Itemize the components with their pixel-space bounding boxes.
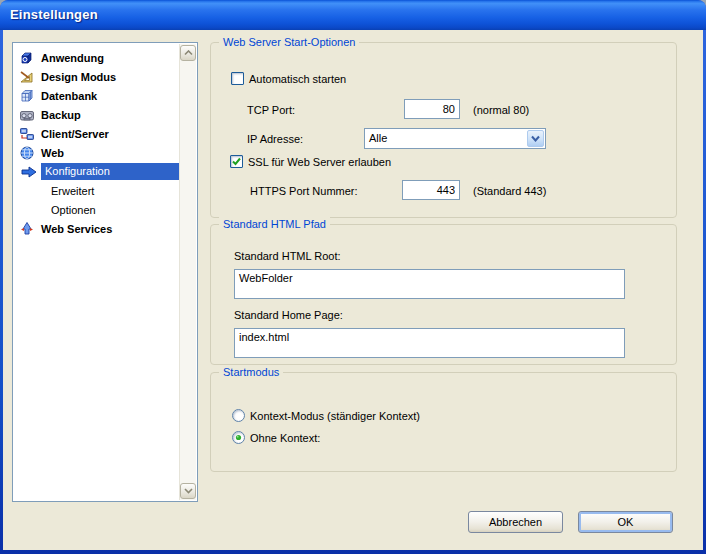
autostart-checkbox[interactable]	[231, 72, 244, 85]
scroll-up-button[interactable]	[180, 45, 196, 61]
sidebar-item-konfiguration[interactable]: Konfiguration	[13, 162, 179, 181]
sidebar-item-label: Konfiguration	[41, 163, 179, 180]
web-services-icon	[19, 221, 35, 237]
tcp-port-input[interactable]	[404, 99, 460, 119]
window-title: Einstellungen	[10, 0, 98, 29]
sidebar-item-label: Client/Server	[41, 128, 109, 140]
sidebar-item-label: Erweitert	[51, 185, 94, 197]
group-title: Standard HTML Pfad	[219, 217, 330, 232]
sidebar-item-design-modus[interactable]: Design Modus	[13, 67, 179, 86]
ip-address-label: IP Adresse:	[247, 133, 303, 145]
selected-arrow-icon	[21, 164, 37, 180]
sidebar-item-anwendung[interactable]: Anwendung	[13, 48, 179, 67]
tcp-port-label: TCP Port:	[247, 104, 295, 116]
backup-tape-icon	[19, 107, 35, 123]
ip-address-dropdown[interactable]: Alle	[364, 128, 546, 149]
radio-dot-icon	[235, 434, 242, 441]
group-title: Web Server Start-Optionen	[219, 35, 359, 50]
design-tools-icon	[19, 69, 35, 85]
sidebar-scrollbar[interactable]	[179, 44, 196, 500]
home-page-label: Standard Home Page:	[234, 309, 343, 321]
app-cube-icon	[19, 50, 35, 66]
sidebar-item-label: Web Services	[41, 223, 112, 235]
group-standard-html-path: Standard HTML Pfad Standard HTML Root: S…	[210, 224, 677, 365]
combo-dropdown-button[interactable]	[527, 130, 544, 147]
sidebar-item-label: Design Modus	[41, 71, 116, 83]
https-port-input[interactable]	[402, 180, 460, 200]
settings-nav-list: Anwendung Design Modus Datenbank	[12, 42, 198, 502]
group-title: Startmodus	[219, 365, 283, 380]
context-mode-radio[interactable]	[232, 409, 245, 422]
html-root-label: Standard HTML Root:	[234, 250, 341, 262]
database-cube-icon	[19, 88, 35, 104]
ip-address-value: Alle	[365, 129, 526, 148]
autostart-label: Automatisch starten	[249, 73, 346, 85]
group-web-server-start-options: Web Server Start-Optionen Automatisch st…	[210, 42, 677, 218]
globe-icon	[19, 145, 35, 161]
check-icon	[231, 156, 242, 167]
html-root-input[interactable]	[234, 269, 625, 299]
https-port-label: HTTPS Port Nummer:	[250, 185, 358, 197]
settings-dialog: Einstellungen Anwendung Design Modus	[0, 0, 706, 554]
sidebar-item-label: Datenbank	[41, 90, 97, 102]
dialog-body: Anwendung Design Modus Datenbank	[3, 30, 703, 550]
ssl-label: SSL für Web Server erlauben	[248, 156, 391, 168]
tcp-port-hint: (normal 80)	[473, 104, 529, 116]
home-page-input[interactable]	[234, 328, 625, 358]
chevron-down-icon	[531, 135, 540, 142]
sidebar-item-web-services[interactable]: Web Services	[13, 219, 179, 238]
sidebar-item-label: Optionen	[51, 204, 96, 216]
sidebar-item-optionen[interactable]: Optionen	[13, 200, 179, 219]
context-mode-label: Kontext-Modus (ständiger Kontext)	[250, 410, 420, 422]
scroll-down-button[interactable]	[180, 483, 196, 499]
cancel-button[interactable]: Abbrechen	[468, 511, 563, 533]
no-context-radio[interactable]	[232, 431, 245, 444]
sidebar-item-label: Anwendung	[41, 52, 104, 64]
ok-button[interactable]: OK	[578, 511, 673, 533]
sidebar-item-client-server[interactable]: Client/Server	[13, 124, 179, 143]
nav-items: Anwendung Design Modus Datenbank	[13, 43, 179, 501]
sidebar-item-erweitert[interactable]: Erweitert	[13, 181, 179, 200]
sidebar-item-label: Web	[41, 147, 64, 159]
sidebar-item-web[interactable]: Web	[13, 143, 179, 162]
no-context-label: Ohne Kontext:	[250, 432, 320, 444]
https-port-hint: (Standard 443)	[473, 185, 546, 197]
group-start-mode: Startmodus Kontext-Modus (ständiger Kont…	[210, 372, 677, 472]
sidebar-item-label: Backup	[41, 109, 81, 121]
sidebar-item-backup[interactable]: Backup	[13, 105, 179, 124]
chevron-down-icon	[184, 488, 193, 494]
ssl-checkbox[interactable]	[230, 155, 243, 168]
client-server-icon	[19, 126, 35, 142]
sidebar-item-datenbank[interactable]: Datenbank	[13, 86, 179, 105]
titlebar[interactable]: Einstellungen	[0, 0, 706, 30]
chevron-up-icon	[184, 50, 193, 56]
